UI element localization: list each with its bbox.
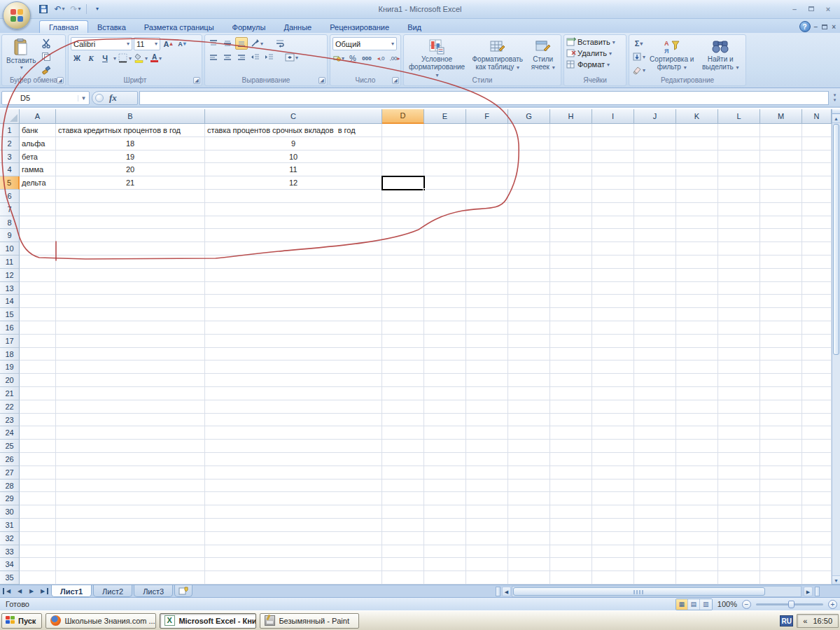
grid-cell[interactable] [56,295,205,308]
doc-minimize-button[interactable]: – [814,23,818,31]
grid-cell[interactable] [634,466,676,479]
grid-cell[interactable] [20,374,56,387]
grid-cell[interactable] [592,203,634,216]
grid-cell[interactable] [634,558,676,571]
scroll-left-button[interactable]: ◀ [502,587,511,596]
grid-cell[interactable] [718,360,760,374]
grid-cell[interactable] [550,137,592,150]
grid-cell[interactable] [676,308,718,321]
horizontal-scrollbar[interactable] [512,586,802,597]
row-header-7[interactable]: 7 [0,203,20,216]
grid-cell[interactable] [676,505,718,519]
grid-cell[interactable] [424,137,466,150]
grid-cell[interactable] [466,360,508,374]
grid-cell[interactable] [205,400,382,414]
grid-cell[interactable] [466,440,508,453]
cell-C5[interactable]: 12 [205,176,382,190]
grid-cell[interactable] [676,479,718,493]
grid-cell[interactable] [205,242,382,255]
dialog-launcher-font[interactable]: ◢ [193,77,200,84]
grid-cell[interactable] [56,308,205,321]
grid-cell[interactable] [760,440,802,453]
decrease-indent-button[interactable] [249,51,262,64]
number-format-select[interactable]: Общий▾ [332,37,397,50]
cell-B2[interactable]: 18 [56,137,205,150]
grid-cell[interactable] [802,216,832,230]
grid-cell[interactable] [205,203,382,216]
grid-cell[interactable] [592,348,634,361]
grid-cell[interactable] [592,453,634,466]
grid-cell[interactable] [20,203,56,216]
grid-cell[interactable] [760,176,802,190]
grid-cell[interactable] [20,545,56,559]
merge-center-button[interactable]: ▾ [284,51,299,64]
grid-cell[interactable] [508,216,550,230]
cell-B1[interactable]: ставка кредитных процентов в год [56,124,205,137]
grid-cell[interactable] [592,571,634,584]
fill-handle[interactable] [423,188,426,191]
orientation-button[interactable]: ▾ [249,37,264,50]
autosum-button[interactable]: Σ▾ [631,37,646,50]
grid-cell[interactable] [550,229,592,242]
grid-cell[interactable] [592,400,634,414]
grid-cell[interactable] [802,282,832,295]
row-header-27[interactable]: 27 [0,466,20,479]
grid-cell[interactable] [382,374,424,387]
grid-cell[interactable] [592,295,634,308]
row-header-26[interactable]: 26 [0,453,20,466]
grid-cell[interactable] [424,176,466,190]
grid-cell[interactable] [718,321,760,335]
grid-cell[interactable] [718,242,760,255]
grid-cell[interactable] [550,532,592,545]
grid-cell[interactable] [802,426,832,440]
grid-cell[interactable] [466,505,508,519]
grid-cell[interactable] [508,137,550,150]
row-header-23[interactable]: 23 [0,414,20,427]
column-header-M[interactable]: M [760,109,802,124]
grid-cell[interactable] [466,229,508,242]
ribbon-tab-3[interactable]: Разметка страницы [135,21,223,33]
grid-cell[interactable] [508,190,550,203]
grid-cell[interactable] [56,203,205,216]
row-header-2[interactable]: 2 [0,137,20,150]
grid-cell[interactable] [760,492,802,505]
grid-cell[interactable] [760,190,802,203]
grid-cell[interactable] [760,216,802,230]
grid-cell[interactable] [424,216,466,230]
grid-cell[interactable] [382,348,424,361]
grid-cell[interactable] [802,255,832,269]
ribbon-tab-7[interactable]: Вид [398,21,430,33]
format-as-table-button[interactable]: Форматировать как таблицу ▾ [469,37,526,73]
row-header-19[interactable]: 19 [0,360,20,374]
grid-cell[interactable] [205,295,382,308]
grid-cell[interactable] [550,163,592,176]
grid-cell[interactable] [718,545,760,559]
grid-cell[interactable] [424,282,466,295]
grid-cell[interactable] [466,414,508,427]
grid-cell[interactable] [382,190,424,203]
row-header-24[interactable]: 24 [0,426,20,440]
grid-cell[interactable] [592,255,634,269]
grid-cell[interactable] [508,124,550,137]
grid-cell[interactable] [802,269,832,282]
ribbon-tab-2[interactable]: Вставка [88,21,135,33]
grid-cell[interactable] [508,255,550,269]
grid-cell[interactable] [56,348,205,361]
grid-cell[interactable] [550,176,592,190]
row-header-33[interactable]: 33 [0,545,20,559]
grid-cell[interactable] [802,519,832,532]
grid-cell[interactable] [424,360,466,374]
grid-cell[interactable] [205,387,382,400]
grid-cell[interactable] [676,453,718,466]
row-header-14[interactable]: 14 [0,295,20,308]
grid-cell[interactable] [56,466,205,479]
grid-cell[interactable] [718,532,760,545]
taskbar-button-firefox[interactable]: Школьные Знания.com ... [46,613,156,629]
row-header-15[interactable]: 15 [0,308,20,321]
grid-cell[interactable] [718,150,760,164]
row-header-4[interactable]: 4 [0,163,20,176]
vertical-split-handle[interactable] [832,109,840,114]
grid-cell[interactable] [382,466,424,479]
next-sheet-button[interactable]: ▶ [27,588,36,594]
grid-cell[interactable] [634,321,676,335]
